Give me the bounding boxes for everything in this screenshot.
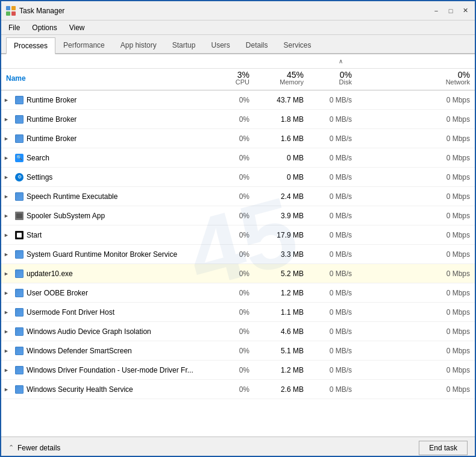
process-name: Runtime Broker: [27, 134, 77, 143]
process-icon: [14, 385, 24, 394]
expand-icon[interactable]: ►: [4, 309, 12, 315]
title-bar: Task Manager − □ ✕: [1, 1, 475, 20]
process-name: Runtime Broker: [27, 115, 77, 124]
process-disk: 0 MB/s: [308, 192, 357, 201]
table-row[interactable]: ► Runtime Broker 0% 43.7 MB 0 MB/s 0 Mbp…: [1, 90, 475, 110]
table-row[interactable]: ► Runtime Broker 0% 1.8 MB 0 MB/s 0 Mbps: [1, 110, 475, 129]
process-disk: 0 MB/s: [308, 231, 357, 239]
process-memory: 3.9 MB: [254, 212, 308, 220]
table-row[interactable]: ► Windows Audio Device Graph Isolation 0…: [1, 322, 475, 341]
process-memory: 0 MB: [254, 173, 308, 181]
table-row[interactable]: ► Windows Defender SmartScreen 0% 5.1 MB…: [1, 341, 475, 361]
process-memory: 1.6 MB: [254, 134, 308, 143]
process-disk: 0 MB/s: [308, 134, 357, 143]
col-header-memory[interactable]: 45% Memory: [254, 71, 308, 88]
process-network: 0 Mbps: [357, 231, 475, 239]
tab-details[interactable]: Details: [238, 37, 276, 53]
process-disk: 0 MB/s: [308, 269, 357, 278]
table-row[interactable]: ► Speech Runtime Executable 0% 2.4 MB 0 …: [1, 187, 475, 206]
expand-icon[interactable]: ►: [4, 213, 12, 219]
expand-icon[interactable]: ►: [4, 194, 12, 200]
expand-icon[interactable]: ►: [4, 136, 12, 142]
expand-icon[interactable]: ►: [4, 232, 12, 238]
tab-processes[interactable]: Processes: [6, 37, 55, 54]
maximize-button[interactable]: □: [446, 6, 456, 16]
process-network: 0 Mbps: [357, 289, 475, 297]
expand-icon[interactable]: ►: [4, 348, 12, 354]
process-name: Windows Audio Device Graph Isolation: [27, 327, 151, 336]
process-memory: 4.6 MB: [254, 327, 308, 336]
expand-icon[interactable]: ►: [4, 329, 12, 335]
process-icon: ⚙: [14, 172, 24, 182]
expand-icon[interactable]: ►: [4, 97, 12, 103]
process-name: Start: [27, 231, 42, 239]
menu-view[interactable]: View: [67, 22, 87, 33]
process-icon: [14, 250, 24, 259]
expand-icon[interactable]: ►: [4, 155, 12, 161]
tab-users[interactable]: Users: [203, 37, 237, 53]
col-header-cpu[interactable]: 3% CPU: [206, 71, 254, 88]
svg-rect-2: [6, 11, 10, 16]
process-cpu: 0%: [206, 327, 254, 336]
expand-icon[interactable]: ►: [4, 271, 12, 277]
tab-app-history[interactable]: App history: [113, 37, 164, 53]
table-row[interactable]: ► ⚙ Settings 0% 0 MB 0 MB/s 0 Mbps: [1, 168, 475, 187]
col-header-disk[interactable]: 0% Disk: [308, 71, 357, 88]
process-cpu: 0%: [206, 96, 254, 104]
process-network: 0 Mbps: [357, 134, 475, 143]
process-memory: 1.8 MB: [254, 115, 308, 124]
process-icon: [14, 211, 24, 221]
process-memory: 2.6 MB: [254, 385, 308, 394]
process-disk: 0 MB/s: [308, 308, 357, 317]
table-row[interactable]: ► Windows Security Health Service 0% 2.6…: [1, 380, 475, 399]
expand-icon[interactable]: ►: [4, 251, 12, 257]
tab-startup[interactable]: Startup: [164, 37, 204, 53]
table-row[interactable]: ► Runtime Broker 0% 1.6 MB 0 MB/s 0 Mbps: [1, 129, 475, 148]
process-name: updater10.exe: [27, 269, 73, 278]
table-row[interactable]: ► updater10.exe 0% 5.2 MB 0 MB/s 0 Mbps: [1, 264, 475, 283]
process-network: 0 Mbps: [357, 327, 475, 336]
expand-icon[interactable]: ►: [4, 290, 12, 296]
process-network: 0 Mbps: [357, 212, 475, 220]
expand-icon[interactable]: ►: [4, 386, 12, 392]
process-cpu: 0%: [206, 173, 254, 181]
sort-arrow[interactable]: ∧: [339, 58, 343, 65]
fewer-details-button[interactable]: ⌃ Fewer details: [8, 444, 60, 452]
process-icon: [14, 230, 24, 240]
process-memory: 0 MB: [254, 154, 308, 162]
table-row[interactable]: ► Start 0% 17.9 MB 0 MB/s 0 Mbps: [1, 225, 475, 245]
process-icon: [14, 307, 24, 317]
expand-icon[interactable]: ►: [4, 174, 12, 180]
process-cpu: 0%: [206, 366, 254, 374]
col-header-name[interactable]: Name: [1, 74, 206, 85]
expand-icon[interactable]: ►: [4, 367, 12, 373]
process-cpu: 0%: [206, 154, 254, 162]
menu-file[interactable]: File: [6, 22, 22, 33]
process-cpu: 0%: [206, 347, 254, 355]
expand-icon[interactable]: ►: [4, 116, 12, 122]
table-row[interactable]: ► User OOBE Broker 0% 1.2 MB 0 MB/s 0 Mb…: [1, 283, 475, 303]
process-icon: [14, 327, 24, 336]
process-icon: 🔍: [14, 153, 24, 163]
minimize-button[interactable]: −: [431, 6, 441, 16]
header-row: Name 3% CPU 45% Memory 0% Disk 0% Networ…: [1, 69, 475, 90]
fewer-details-arrow: ⌃: [8, 444, 14, 452]
close-button[interactable]: ✕: [460, 6, 470, 16]
process-name: Windows Defender SmartScreen: [27, 347, 132, 355]
tab-performance[interactable]: Performance: [55, 37, 113, 53]
col-header-network[interactable]: 0% Network: [357, 71, 475, 88]
process-disk: 0 MB/s: [308, 250, 357, 259]
table-row[interactable]: ► 🔍 Search 0% 0 MB 0 MB/s 0 Mbps: [1, 148, 475, 168]
table-row[interactable]: ► System Guard Runtime Monitor Broker Se…: [1, 245, 475, 264]
table-row[interactable]: ► Spooler SubSystem App 0% 3.9 MB 0 MB/s…: [1, 206, 475, 225]
svg-rect-3: [11, 11, 16, 16]
end-task-button[interactable]: End task: [419, 441, 468, 455]
process-cpu: 0%: [206, 269, 254, 278]
process-disk: 0 MB/s: [308, 385, 357, 394]
process-memory: 2.4 MB: [254, 192, 308, 201]
tab-services[interactable]: Services: [276, 37, 319, 53]
table-row[interactable]: ► Usermode Font Driver Host 0% 1.1 MB 0 …: [1, 303, 475, 322]
table-row[interactable]: ► Windows Driver Foundation - User-mode …: [1, 361, 475, 380]
menu-options[interactable]: Options: [30, 22, 59, 33]
process-disk: 0 MB/s: [308, 347, 357, 355]
